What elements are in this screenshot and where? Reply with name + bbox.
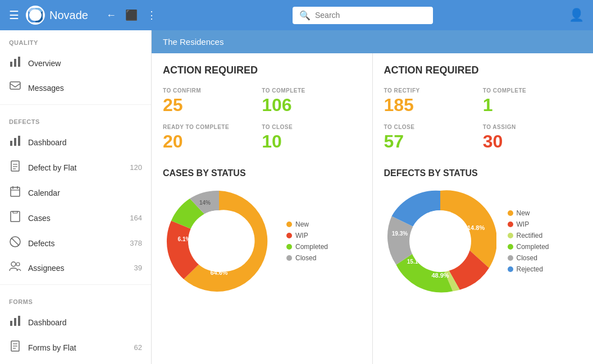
cases-to-complete-label: TO COMPLETE (262, 87, 361, 94)
cases-to-close-label: TO CLOSE (262, 124, 361, 130)
sidebar-item-overview[interactable]: Overview (0, 50, 151, 76)
defects-to-assign-value: 30 (483, 132, 582, 150)
svg-rect-23 (10, 321, 12, 326)
content-header: The Residences (152, 30, 593, 53)
divider-2 (0, 284, 151, 285)
svg-rect-3 (14, 59, 16, 67)
svg-rect-24 (14, 318, 16, 326)
legend-dot-new (286, 222, 292, 227)
defects-to-complete-label: TO COMPLETE (483, 87, 582, 94)
def-legend-dot-wip (508, 222, 513, 227)
forms-by-flat-badge: 62 (134, 343, 142, 352)
def-legend-completed: Completed (508, 243, 549, 251)
sidebar-item-defect-by-flat[interactable]: Defect by Flat 120 (0, 155, 151, 180)
svg-text:19.3%: 19.3% (391, 231, 407, 237)
cases-to-confirm-label: TO CONFIRM (163, 87, 262, 94)
sidebar-item-dashboard-forms[interactable]: Dashboard (0, 310, 151, 335)
legend-closed: Closed (286, 254, 328, 262)
def-legend-label-new: New (517, 209, 530, 217)
defects-chart-container: 14.8% 48.9% 15.1% 19.3% New (384, 185, 582, 297)
account-icon[interactable]: 👤 (569, 8, 584, 22)
defects-stats-grid: TO RECTIFY 185 TO COMPLETE 1 TO CLOSE 57… (384, 84, 582, 157)
svg-rect-2 (10, 62, 12, 67)
svg-rect-8 (18, 136, 20, 146)
legend-wip: WIP (286, 232, 328, 239)
defects-icon (9, 236, 21, 250)
svg-rect-9 (11, 161, 19, 171)
sidebar-item-defects[interactable]: Defects 378 (0, 231, 151, 256)
svg-text:15.1%: 15.1% (407, 259, 422, 265)
hamburger-icon[interactable]: ☰ (9, 8, 19, 22)
cases-to-confirm-value: 25 (163, 96, 262, 114)
logo-text: Novade (49, 9, 88, 22)
svg-rect-13 (11, 187, 20, 196)
legend-dot-completed (286, 244, 292, 250)
cases-legend: New WIP Completed Closed (286, 220, 328, 262)
svg-rect-7 (14, 138, 16, 146)
svg-rect-6 (10, 141, 12, 146)
defects-stat-to-rectify: TO RECTIFY 185 (384, 84, 483, 121)
back-icon[interactable]: ← (106, 10, 116, 21)
app-body: QUALITY Overview Messages DEFECTS Dashbo… (0, 30, 593, 364)
svg-text:14.8%: 14.8% (467, 224, 485, 231)
home-icon[interactable]: ⬛ (125, 9, 138, 21)
calendar-label: Calendar (28, 188, 142, 197)
def-legend-dot-closed (508, 255, 513, 261)
svg-text:64.6%: 64.6% (210, 269, 227, 276)
defects-legend: New WIP Rectified Completed (508, 209, 549, 273)
def-legend-label-rejected: Rejected (517, 265, 543, 273)
cases-stat-to-close: TO CLOSE 10 (262, 121, 361, 157)
legend-label-closed: Closed (295, 254, 316, 262)
defect-by-flat-icon (9, 160, 21, 174)
forms-by-flat-icon (9, 340, 21, 354)
legend-completed: Completed (286, 243, 328, 251)
search-icon: 🔍 (299, 10, 311, 21)
def-legend-label-completed: Completed (517, 243, 549, 251)
cases-icon (9, 211, 21, 225)
defects-to-complete-value: 1 (483, 96, 582, 114)
svg-text:15.2%: 15.2% (226, 227, 243, 234)
cases-action-title: ACTION REQUIRED (163, 64, 361, 76)
svg-text:14%: 14% (199, 200, 211, 206)
more-icon[interactable]: ⋮ (147, 9, 157, 21)
svg-point-30 (188, 210, 250, 272)
header-left: ☰ Novade (9, 6, 88, 25)
defects-section-title: DEFECTS (0, 109, 151, 130)
sidebar-item-cases[interactable]: Cases 164 (0, 205, 151, 231)
sidebar-item-calendar[interactable]: Calendar (0, 180, 151, 205)
sidebar-item-dashboard-defects[interactable]: Dashboard (0, 130, 151, 155)
svg-point-1 (32, 12, 39, 19)
def-legend-rejected: Rejected (508, 265, 549, 273)
legend-dot-closed (286, 255, 292, 261)
logo-icon (26, 6, 45, 25)
defects-to-rectify-value: 185 (384, 96, 483, 114)
calendar-icon (9, 186, 21, 200)
svg-text:48.9%: 48.9% (431, 272, 449, 279)
cases-badge: 164 (130, 214, 142, 222)
cases-stat-to-confirm: TO CONFIRM 25 (163, 84, 262, 121)
sidebar-item-forms-by-flat[interactable]: Forms by Flat 62 (0, 335, 151, 360)
cases-stat-to-complete: TO COMPLETE 106 (262, 84, 361, 121)
sidebar-item-messages[interactable]: Messages (0, 76, 151, 100)
legend-dot-wip (286, 233, 292, 238)
def-legend-label-wip: WIP (517, 220, 530, 228)
search-bar: 🔍 (293, 7, 433, 24)
svg-text:6.1%: 6.1% (178, 236, 191, 242)
sidebar-item-assignees[interactable]: Assignees 39 (0, 256, 151, 280)
svg-point-22 (16, 262, 20, 266)
defects-badge: 378 (130, 239, 142, 247)
cases-stats-grid: TO CONFIRM 25 TO COMPLETE 106 READY TO C… (163, 84, 361, 157)
content-body: ACTION REQUIRED TO CONFIRM 25 TO COMPLET… (152, 53, 593, 364)
defects-label: Defects (28, 239, 123, 248)
svg-rect-25 (18, 316, 20, 326)
def-legend-dot-new (508, 210, 513, 216)
def-legend-dot-rejected (508, 266, 513, 272)
search-input[interactable] (315, 11, 426, 20)
svg-rect-5 (10, 82, 20, 89)
defects-chart-title: DEFECTS BY STATUS (384, 168, 582, 178)
defects-to-assign-label: TO ASSIGN (483, 124, 582, 130)
dashboard-defects-label: Dashboard (28, 138, 142, 147)
overview-label: Overview (28, 59, 142, 68)
assignees-badge: 39 (134, 264, 142, 272)
header-nav: ← ⬛ ⋮ (106, 9, 157, 21)
